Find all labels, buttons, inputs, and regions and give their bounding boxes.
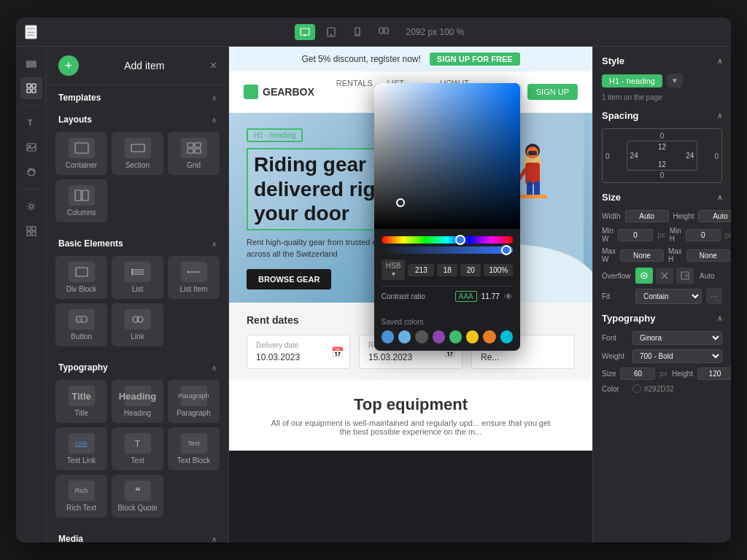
swatch-4[interactable] — [433, 330, 445, 343]
link-item[interactable]: Link — [112, 303, 163, 346]
svg-rect-56 — [528, 151, 537, 155]
swatch-5[interactable] — [449, 330, 462, 343]
alpha-thumb[interactable] — [501, 245, 511, 255]
text-item[interactable]: T Text — [112, 427, 163, 470]
section-item[interactable]: Section — [112, 132, 163, 175]
typography-section-chevron[interactable]: ∧ — [717, 314, 722, 322]
title-item[interactable]: Title Title — [55, 380, 107, 423]
swatch-6[interactable] — [466, 330, 479, 343]
contrast-eye-button[interactable]: 👁 — [504, 292, 513, 302]
width-row: Width Height — [602, 210, 722, 222]
basic-toggle[interactable]: ∧ — [212, 240, 217, 248]
grid-sidebar-btn[interactable] — [20, 220, 42, 242]
spacing-chevron[interactable]: ∧ — [717, 112, 722, 120]
view-mobile-btn[interactable] — [347, 24, 368, 40]
list-item-item[interactable]: List Item — [168, 256, 220, 299]
layouts-toggle[interactable]: ∧ — [212, 116, 217, 124]
block-quote-item[interactable]: ❝ Block Quote — [112, 475, 163, 518]
text-link-item[interactable]: Link Text Link — [55, 427, 107, 470]
overflow-scroll-btn[interactable] — [676, 268, 694, 284]
max-w-input[interactable] — [620, 249, 664, 262]
close-sidebar-button[interactable]: × — [210, 59, 217, 72]
saturation-input[interactable] — [437, 264, 457, 276]
opacity-input[interactable] — [484, 264, 513, 276]
color-gradient[interactable] — [374, 83, 520, 229]
delivery-field: Delivery date 10.03.2023 📅 — [247, 335, 350, 369]
margin-top[interactable]: 0 — [660, 132, 665, 140]
typography-sidebar-btn[interactable]: T — [20, 112, 42, 133]
hue-thumb[interactable] — [455, 235, 465, 245]
padding-left[interactable]: 24 — [630, 152, 638, 160]
typography-toggle[interactable]: ∧ — [212, 364, 217, 372]
width-input[interactable] — [625, 210, 669, 222]
div-block-item[interactable]: Div Block — [55, 256, 107, 299]
color-cursor[interactable] — [396, 198, 405, 207]
style-chevron[interactable]: ∧ — [717, 57, 722, 65]
text-label: Text — [131, 456, 144, 464]
signup-button[interactable]: SIGN UP — [527, 84, 578, 100]
columns-item[interactable]: Columns — [55, 179, 107, 222]
fit-select[interactable]: Contain Cover Fill None — [635, 289, 702, 304]
add-item-button[interactable]: + — [58, 55, 79, 76]
font-select[interactable]: Ginora — [632, 331, 722, 345]
padding-top[interactable]: 12 — [658, 143, 666, 151]
container-item[interactable]: Container — [55, 132, 107, 175]
padding-right[interactable]: 24 — [686, 152, 694, 160]
canvas-area[interactable]: Get 5% discount, register now! SIGN UP F… — [229, 47, 592, 542]
fit-more-button[interactable]: ··· — [706, 288, 722, 304]
color-dot[interactable] — [632, 384, 641, 393]
size-typo-input[interactable] — [620, 368, 655, 380]
size-chevron[interactable]: ∧ — [717, 193, 722, 201]
menu-icon[interactable]: ☰ — [25, 25, 37, 39]
swatch-8[interactable] — [500, 330, 513, 343]
templates-toggle[interactable]: ∧ — [212, 94, 217, 102]
min-h-input[interactable] — [686, 229, 721, 241]
margin-right[interactable]: 0 — [714, 152, 719, 160]
max-h-input[interactable] — [686, 249, 730, 262]
heading-item[interactable]: Heading Heading — [112, 380, 163, 423]
overflow-visible-btn[interactable] — [635, 268, 653, 284]
margin-left[interactable]: 0 — [605, 152, 610, 160]
min-w-input[interactable] — [618, 229, 653, 241]
paragraph-item[interactable]: Paragraph Paragraph — [168, 380, 220, 423]
svg-rect-30 — [195, 149, 201, 153]
overflow-buttons: Auto — [635, 268, 715, 284]
alpha-bar[interactable] — [382, 246, 513, 254]
style-dropdown-button[interactable]: ▾ — [667, 74, 683, 88]
components-btn[interactable] — [20, 77, 42, 99]
height-typo-input[interactable] — [697, 368, 731, 380]
swatch-1[interactable] — [382, 330, 394, 343]
style-tag[interactable]: H1 - heading — [602, 74, 662, 88]
color-value-row: #292D32 — [632, 384, 674, 393]
height-input[interactable] — [698, 210, 731, 222]
swatch-3[interactable] — [415, 330, 427, 343]
hue-input[interactable] — [408, 264, 434, 276]
weight-select[interactable]: 700 - Bold — [632, 349, 722, 363]
nav-rentals[interactable]: RENTALS — [336, 79, 373, 105]
grid-item-el[interactable]: Grid — [168, 132, 220, 175]
swatch-2[interactable] — [398, 330, 411, 343]
banner-cta-button[interactable]: SIGN UP FOR FREE — [430, 52, 520, 66]
color-mode-button[interactable]: HSB ▾ — [382, 260, 406, 280]
overflow-hidden-btn[interactable] — [656, 268, 673, 284]
button-item[interactable]: B Button — [55, 303, 107, 346]
text-block-item[interactable]: Text Text Block — [168, 427, 220, 470]
view-desktop-btn[interactable] — [295, 24, 315, 40]
right-panel: Style ∧ H1 - heading ▾ 1 item on the pag… — [592, 47, 731, 542]
layers-btn[interactable] — [20, 52, 42, 74]
margin-bottom[interactable]: 0 — [660, 171, 665, 179]
view-tablet-btn[interactable] — [321, 24, 341, 40]
nav-sidebar-btn[interactable] — [20, 161, 42, 183]
hue-bar[interactable] — [382, 236, 513, 244]
view-more-btn[interactable] — [374, 24, 394, 40]
image-sidebar-btn[interactable] — [20, 136, 42, 158]
brightness-input[interactable] — [460, 264, 481, 276]
container-label: Container — [66, 161, 97, 169]
padding-bottom[interactable]: 12 — [658, 160, 666, 168]
media-toggle[interactable]: ∧ — [212, 535, 217, 543]
swatch-7[interactable] — [483, 330, 495, 343]
settings-sidebar-btn[interactable] — [20, 195, 42, 217]
browse-gear-button[interactable]: BROWSE GEAR — [247, 269, 331, 289]
rich-text-item[interactable]: Rich Rich Text — [55, 475, 107, 518]
list-item-el[interactable]: List — [112, 256, 163, 299]
